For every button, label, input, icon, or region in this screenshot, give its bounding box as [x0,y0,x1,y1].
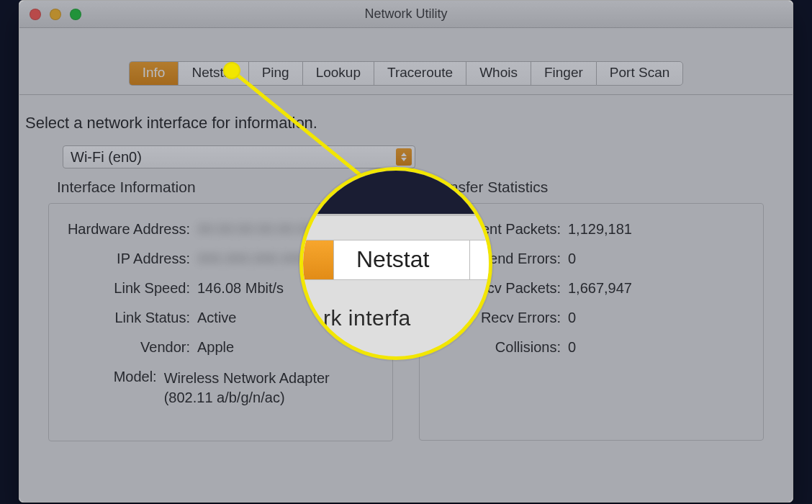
recv-errors-value: 0 [568,310,576,326]
interface-select-value: Wi-Fi (en0) [71,149,142,166]
callout-subtext: rk interfa [323,306,411,330]
callout-tab-label: Netstat [356,246,429,273]
tab-ping[interactable]: Ping [248,61,302,86]
minimize-icon[interactable] [50,9,61,20]
callout-magnifier: Netstat rk interfa [299,167,492,360]
tabbar-wrap: Info Netstat Ping Lookup Traceroute Whoi… [19,28,793,95]
ip-address-value: 000.000.000.000 [197,251,305,267]
tab-traceroute[interactable]: Traceroute [374,61,466,86]
tab-whois[interactable]: Whois [466,61,531,86]
hw-address-value: 00:00:00:00:00:00 [197,221,313,238]
vendor-value: Apple [197,339,234,356]
callout-dot-icon [223,62,240,79]
titlebar: Network Utility [19,1,793,28]
tab-portscan[interactable]: Port Scan [596,61,683,86]
tab-lookup[interactable]: Lookup [302,61,374,86]
sent-packets-value: 1,129,181 [568,221,632,238]
collisions-value: 0 [568,339,576,356]
prompt-text: Select a network interface for informati… [25,114,764,145]
stepper-arrows-icon [396,148,412,166]
send-errors-value: 0 [568,251,576,267]
close-icon[interactable] [30,9,41,20]
zoom-icon[interactable] [70,9,81,20]
tab-info[interactable]: Info [129,61,179,86]
tab-finger[interactable]: Finger [531,61,596,86]
window-title: Network Utility [364,6,447,22]
hw-address-label: Hardware Address: [63,221,197,238]
model-value: Wireless Network Adapter (802.11 a/b/g/n… [164,369,378,408]
vendor-label: Vendor: [63,339,197,356]
recv-packets-value: 1,667,947 [568,280,632,297]
collisions-label: Collisions: [434,339,568,356]
link-status-label: Link Status: [63,310,197,326]
tabbar: Info Netstat Ping Lookup Traceroute Whoi… [101,61,711,86]
transfer-stats-heading: Transfer Statistics [428,179,764,196]
ip-address-label: IP Address: [63,251,197,267]
link-speed-label: Link Speed: [63,280,197,297]
traffic-lights [30,9,81,20]
link-status-value: Active [197,310,236,326]
model-label: Model: [63,369,164,408]
link-speed-value: 146.08 Mbit/s [197,280,284,297]
interface-select[interactable]: Wi-Fi (en0) [63,145,415,168]
